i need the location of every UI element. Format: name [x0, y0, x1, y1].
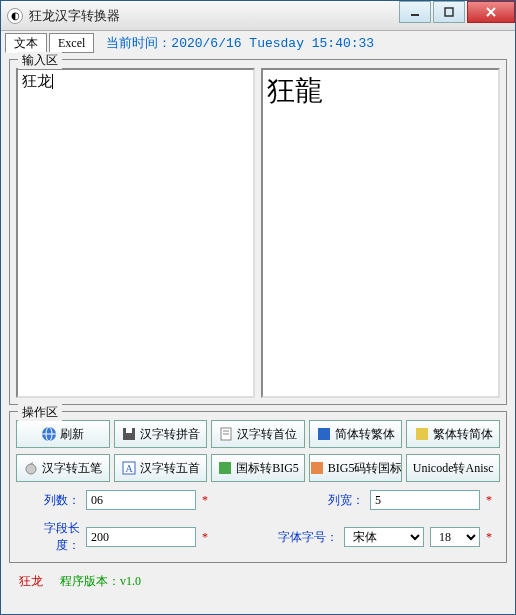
width-label: 列宽：: [308, 492, 364, 509]
field-row-2: 字段长度： * 字体字号： 宋体 18 *: [16, 518, 500, 556]
op-button-label: 繁体转简体: [433, 426, 493, 443]
close-icon: [485, 6, 497, 18]
tab-excel[interactable]: Excel: [49, 33, 94, 53]
op-button[interactable]: 汉字转五笔: [16, 454, 110, 482]
svg-rect-13: [416, 428, 428, 440]
input-group: 输入区 狂龙 狂龍: [9, 59, 507, 405]
ops-rows: 刷新汉字转拼音汉字转首位简体转繁体繁体转简体 汉字转五笔A汉字转五首国标转BIG…: [16, 420, 500, 556]
cols-label: 列数：: [24, 492, 80, 509]
current-time: 当前时间：2020/6/16 Tuesday 15:40:33: [106, 34, 374, 52]
input-legend: 输入区: [18, 52, 62, 69]
input-text: 狂龙: [22, 73, 52, 89]
op-button[interactable]: A汉字转五首: [114, 454, 208, 482]
seglen-input[interactable]: [86, 527, 196, 547]
op-button[interactable]: BIG5码转国标: [309, 454, 403, 482]
ops-row-1: 刷新汉字转拼音汉字转首位简体转繁体繁体转简体: [16, 420, 500, 448]
op-button[interactable]: 国标转BIG5: [211, 454, 305, 482]
op-button[interactable]: 刷新: [16, 420, 110, 448]
caret-icon: [52, 74, 53, 89]
op-button-label: 汉字转五笔: [42, 460, 102, 477]
letter-icon: A: [121, 460, 137, 476]
op-button-label: 刷新: [60, 426, 84, 443]
ops-legend: 操作区: [18, 404, 62, 421]
titlebar: ◐ 狂龙汉字转换器: [1, 1, 515, 31]
op-button[interactable]: Unicode转Anisc: [406, 454, 500, 482]
sq-yellow-icon: [414, 426, 430, 442]
doc-icon: [218, 426, 234, 442]
required-star: *: [486, 493, 492, 508]
cols-input[interactable]: [86, 490, 196, 510]
size-select[interactable]: 18: [430, 527, 480, 547]
sq-orange-icon: [309, 460, 325, 476]
maximize-icon: [444, 7, 454, 17]
op-button[interactable]: 汉字转拼音: [114, 420, 208, 448]
apple-icon: [23, 460, 39, 476]
op-button-label: 汉字转拼音: [140, 426, 200, 443]
svg-rect-12: [318, 428, 330, 440]
content-area: 输入区 狂龙 狂龍 操作区 刷新汉字转拼音汉字转首位简体转繁体繁体转简体 汉字转…: [1, 55, 515, 614]
svg-rect-1: [445, 8, 453, 16]
op-button-label: BIG5码转国标: [328, 460, 403, 477]
fontsize-label: 字体字号：: [272, 529, 338, 546]
globe-icon: [41, 426, 57, 442]
close-button[interactable]: [467, 1, 515, 23]
maximize-button[interactable]: [433, 1, 465, 23]
required-star: *: [486, 530, 492, 545]
field-row-1: 列数： * 列宽： *: [16, 488, 500, 512]
op-button-label: 国标转BIG5: [236, 460, 299, 477]
op-button[interactable]: 简体转繁体: [309, 420, 403, 448]
op-button[interactable]: 繁体转简体: [406, 420, 500, 448]
op-button[interactable]: 汉字转首位: [211, 420, 305, 448]
window-controls: [397, 1, 515, 30]
svg-rect-8: [126, 428, 132, 433]
textareas-row: 狂龙 狂龍: [16, 68, 500, 398]
app-icon: ◐: [7, 8, 23, 24]
op-button-label: 简体转繁体: [335, 426, 395, 443]
svg-point-14: [26, 464, 36, 474]
op-button-label: Unicode转Anisc: [413, 460, 494, 477]
status-name: 狂龙: [19, 574, 43, 588]
minimize-icon: [410, 7, 420, 17]
seglen-label: 字段长度：: [24, 520, 80, 554]
toolbar: 文本 Excel 当前时间：2020/6/16 Tuesday 15:40:33: [1, 31, 515, 55]
op-button-label: 汉字转首位: [237, 426, 297, 443]
disk-icon: [121, 426, 137, 442]
status-version: 程序版本：v1.0: [60, 574, 141, 588]
time-value: 2020/6/16 Tuesday 15:40:33: [171, 36, 374, 51]
required-star: *: [202, 493, 208, 508]
input-textarea[interactable]: 狂龙: [16, 68, 255, 398]
status-bar: 狂龙 程序版本：v1.0: [9, 569, 507, 594]
output-textarea[interactable]: 狂龍: [261, 68, 500, 398]
sq-blue-icon: [316, 426, 332, 442]
font-select[interactable]: 宋体: [344, 527, 424, 547]
svg-rect-17: [219, 462, 231, 474]
app-window: ◐ 狂龙汉字转换器 文本 Excel 当前时间：2020/6/16 Tuesda…: [0, 0, 516, 615]
svg-text:A: A: [125, 463, 133, 474]
ops-row-2: 汉字转五笔A汉字转五首国标转BIG5BIG5码转国标Unicode转Anisc: [16, 454, 500, 482]
time-prefix: 当前时间：: [106, 36, 171, 51]
op-button-label: 汉字转五首: [140, 460, 200, 477]
svg-rect-18: [311, 462, 323, 474]
output-text: 狂龍: [267, 75, 323, 106]
width-input[interactable]: [370, 490, 480, 510]
sq-green-icon: [217, 460, 233, 476]
minimize-button[interactable]: [399, 1, 431, 23]
tab-text[interactable]: 文本: [5, 33, 47, 53]
window-title: 狂龙汉字转换器: [29, 7, 397, 25]
ops-group: 操作区 刷新汉字转拼音汉字转首位简体转繁体繁体转简体 汉字转五笔A汉字转五首国标…: [9, 411, 507, 563]
required-star: *: [202, 530, 208, 545]
